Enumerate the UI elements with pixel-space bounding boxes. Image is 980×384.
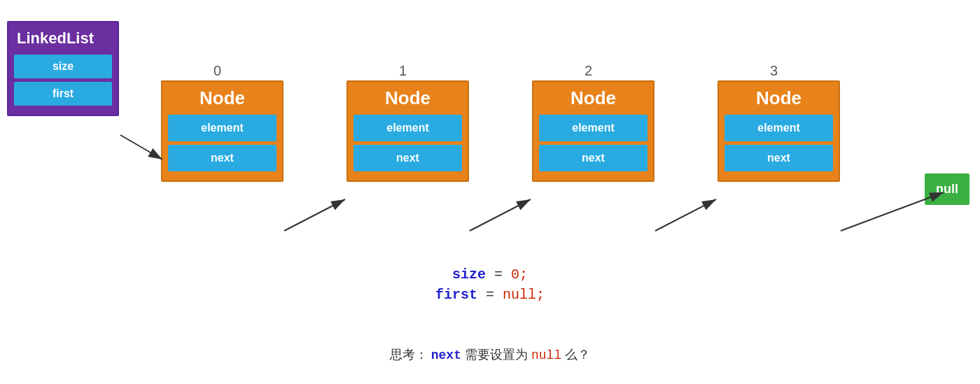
linked-list-title: LinkedList <box>14 28 112 49</box>
code-section: size = 0; first = null; <box>0 262 980 307</box>
node-3-next: next <box>724 145 833 171</box>
index-label-3: 3 <box>770 63 778 79</box>
index-label-0: 0 <box>214 63 221 79</box>
index-label-1: 1 <box>399 63 407 79</box>
node-box-1: Node element next <box>346 80 469 182</box>
node-title-1: Node <box>354 87 462 109</box>
arrow-node0-node1 <box>284 199 345 231</box>
code-first-keyword: first <box>435 287 477 303</box>
node-3-element: element <box>724 115 833 141</box>
index-label-2: 2 <box>584 63 592 79</box>
node-2-element: element <box>539 115 648 141</box>
thought-line: 思考： next 需要设置为 null 么？ <box>0 346 980 363</box>
arrow-node1-node2 <box>470 199 531 231</box>
code-size-keyword: size <box>452 266 486 283</box>
code-first-value: null; <box>503 287 545 303</box>
node-1-next: next <box>354 145 462 171</box>
thought-middle: 需要设置为 <box>465 348 531 362</box>
code-line-size: size = 0; <box>0 266 980 283</box>
thought-next-keyword: next <box>431 348 461 362</box>
code-size-op: = <box>494 266 511 283</box>
node-title-0: Node <box>168 87 276 109</box>
node-box-2: Node element next <box>532 80 654 182</box>
thought-null-value: null <box>531 348 561 362</box>
thought-suffix: 么？ <box>565 348 590 362</box>
code-first-op: = <box>486 287 503 303</box>
diagram-container: LinkedList size first 0 1 2 3 Node eleme… <box>0 0 980 384</box>
node-1-element: element <box>354 115 462 141</box>
node-box-3: Node element next <box>718 80 840 182</box>
node-title-3: Node <box>724 87 833 109</box>
node-0-element: element <box>168 115 276 141</box>
code-size-value: 0; <box>511 266 528 283</box>
code-line-first: first = null; <box>0 287 980 303</box>
null-box: null <box>925 173 969 205</box>
node-2-next: next <box>539 145 648 171</box>
arrow-first-node0 <box>120 135 162 159</box>
linked-list-size-field: size <box>14 55 112 78</box>
arrows-svg <box>0 0 980 384</box>
linked-list-first-field: first <box>14 82 112 106</box>
arrow-node2-node3 <box>655 199 716 231</box>
node-box-0: Node element next <box>161 80 284 182</box>
thought-prefix: 思考： <box>390 348 428 362</box>
node-title-2: Node <box>539 87 648 109</box>
linked-list-box: LinkedList size first <box>7 21 119 116</box>
node-0-next: next <box>168 145 276 171</box>
